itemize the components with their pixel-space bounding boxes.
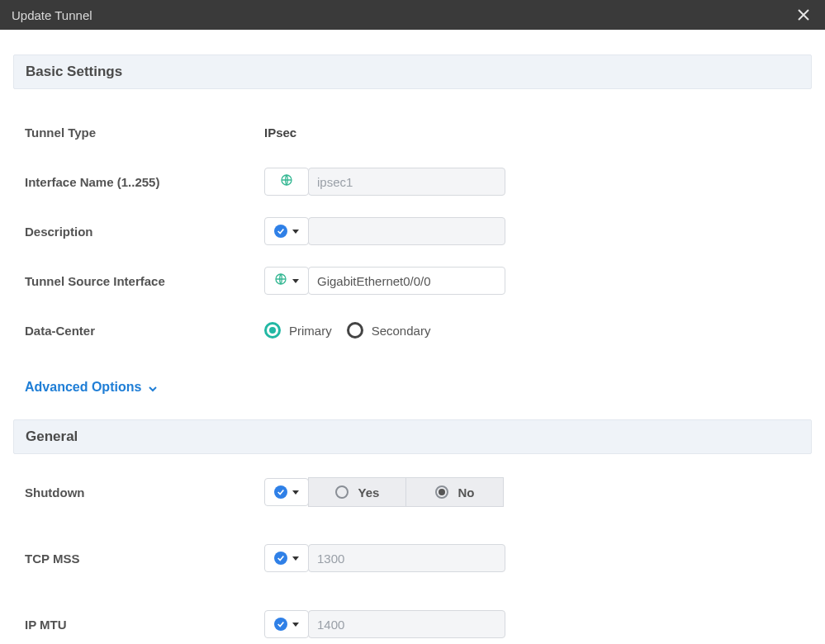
shutdown-yes-label: Yes xyxy=(358,485,380,500)
radio-unselected-icon xyxy=(335,485,348,499)
ip-mtu-scope-dropdown[interactable] xyxy=(264,610,309,638)
check-icon xyxy=(274,552,287,565)
label-tunnel-type: Tunnel Type xyxy=(25,125,264,140)
interface-name-scope-indicator[interactable] xyxy=(264,168,309,196)
data-center-primary-label: Primary xyxy=(289,324,332,338)
section-basic-settings-header: Basic Settings xyxy=(13,54,812,89)
data-center-secondary-label: Secondary xyxy=(372,324,431,338)
row-description: Description xyxy=(13,206,812,256)
label-tcp-mss: TCP MSS xyxy=(25,552,264,566)
row-ip-mtu: IP MTU xyxy=(13,599,812,644)
label-ip-mtu: IP MTU xyxy=(25,618,264,632)
tcp-mss-scope-dropdown[interactable] xyxy=(264,544,309,572)
data-center-secondary-radio[interactable]: Secondary xyxy=(347,322,431,339)
ip-mtu-input[interactable] xyxy=(308,610,505,638)
chevron-down-icon xyxy=(292,230,299,234)
label-description: Description xyxy=(25,225,264,239)
tunnel-source-interface-input[interactable] xyxy=(308,267,505,295)
globe-icon xyxy=(274,272,287,289)
titlebar: Update Tunnel xyxy=(0,0,825,30)
data-center-radio-group: Primary Secondary xyxy=(264,322,430,339)
chevron-down-icon xyxy=(292,490,299,495)
globe-icon xyxy=(280,173,293,190)
row-shutdown: Shutdown Yes No xyxy=(13,467,812,517)
window-title: Update Tunnel xyxy=(12,8,92,22)
shutdown-no-label: No xyxy=(458,485,475,500)
row-tcp-mss: TCP MSS xyxy=(13,533,812,583)
advanced-options-label: Advanced Options xyxy=(25,380,141,395)
row-tunnel-type: Tunnel Type IPsec xyxy=(13,107,812,157)
label-shutdown: Shutdown xyxy=(25,485,264,500)
radio-selected-icon xyxy=(264,322,281,339)
label-tunnel-source-interface: Tunnel Source Interface xyxy=(25,274,264,288)
data-center-primary-radio[interactable]: Primary xyxy=(264,322,332,339)
label-data-center: Data-Center xyxy=(25,324,264,338)
chevron-down-icon xyxy=(292,623,299,627)
shutdown-toggle-group: Yes No xyxy=(308,477,504,507)
row-data-center: Data-Center Primary Secondary xyxy=(13,305,812,355)
tcp-mss-input[interactable] xyxy=(308,544,505,572)
section-general-header: General xyxy=(13,419,812,454)
label-interface-name: Interface Name (1..255) xyxy=(25,175,264,189)
chevron-down-icon xyxy=(148,382,158,392)
shutdown-no-button[interactable]: No xyxy=(405,477,504,507)
description-scope-dropdown[interactable] xyxy=(264,217,309,245)
chevron-down-icon xyxy=(292,279,299,283)
radio-unselected-icon xyxy=(347,322,363,339)
radio-selected-icon xyxy=(435,485,448,499)
value-tunnel-type: IPsec xyxy=(264,125,296,140)
description-input[interactable] xyxy=(308,217,505,245)
row-tunnel-source-interface: Tunnel Source Interface xyxy=(13,256,812,305)
check-icon xyxy=(274,225,287,238)
close-icon[interactable] xyxy=(794,5,813,25)
interface-name-input[interactable] xyxy=(308,168,505,196)
advanced-options-toggle[interactable]: Advanced Options xyxy=(13,355,158,419)
shutdown-scope-dropdown[interactable] xyxy=(264,478,309,506)
shutdown-yes-button[interactable]: Yes xyxy=(308,477,406,507)
tunnel-source-scope-dropdown[interactable] xyxy=(264,267,309,295)
check-icon xyxy=(274,485,287,499)
row-interface-name: Interface Name (1..255) xyxy=(13,157,812,206)
chevron-down-icon xyxy=(292,556,299,561)
check-icon xyxy=(274,618,287,631)
